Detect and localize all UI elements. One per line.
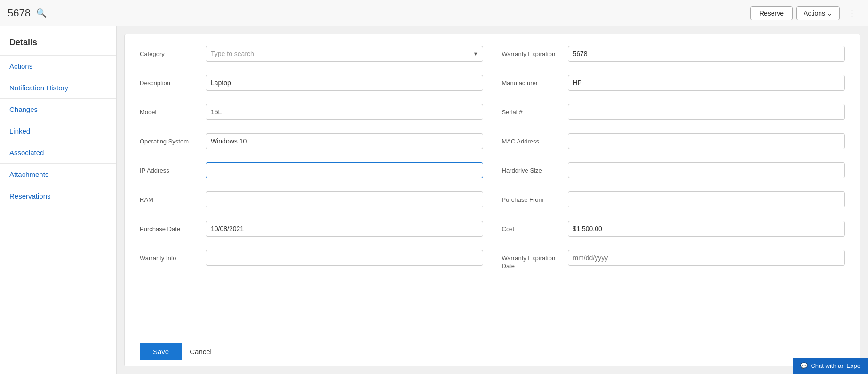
field-cost	[568, 221, 845, 237]
category-select[interactable]: Type to search	[206, 46, 483, 62]
form-row-warranty-exp-date: Warranty Expiration Date	[502, 250, 845, 271]
label-category: Category	[140, 46, 206, 58]
form-row-ip: IP Address	[140, 162, 483, 183]
field-manufacturer	[568, 75, 845, 91]
label-ram: RAM	[140, 191, 206, 204]
label-description: Description	[140, 75, 206, 88]
form-row-description: Description	[140, 75, 483, 95]
field-hdd	[568, 162, 845, 178]
chat-label: Chat with an Expe	[811, 362, 860, 369]
field-description	[206, 75, 483, 91]
ip-input[interactable]	[206, 162, 483, 178]
form-row-purchase-from: Purchase From	[502, 191, 845, 212]
form-row-hdd: Harddrive Size	[502, 162, 845, 183]
label-manufacturer: Manufacturer	[502, 75, 568, 88]
chevron-down-icon: ⌄	[827, 9, 833, 17]
sidebar-item-linked[interactable]: Linked	[0, 120, 116, 142]
sidebar-item-reservations[interactable]: Reservations	[0, 185, 116, 207]
save-button[interactable]: Save	[140, 343, 182, 360]
bottom-action-bar: Save Cancel	[125, 337, 860, 366]
form-grid: Category Type to search Description	[140, 46, 845, 279]
form-row-model: Model	[140, 104, 483, 125]
label-warranty-expiration: Warranty Expiration	[502, 46, 568, 58]
field-ip	[206, 162, 483, 178]
search-icon[interactable]: 🔍	[36, 8, 47, 18]
main-layout: Details Actions Notification History Cha…	[0, 26, 868, 374]
category-select-wrapper: Type to search	[206, 46, 483, 62]
label-purchase-from: Purchase From	[502, 191, 568, 204]
warranty-info-input[interactable]	[206, 250, 483, 266]
os-input[interactable]	[206, 133, 483, 149]
label-cost: Cost	[502, 221, 568, 233]
actions-button[interactable]: Actions ⌄	[796, 6, 840, 20]
serial-input[interactable]	[568, 104, 845, 120]
form-row-warranty-expiration: Warranty Expiration	[502, 46, 845, 66]
label-serial: Serial #	[502, 104, 568, 117]
label-warranty-exp-date: Warranty Expiration Date	[502, 250, 568, 271]
field-warranty-exp-date	[568, 250, 845, 266]
label-warranty-info: Warranty Info	[140, 250, 206, 263]
chat-widget[interactable]: 💬 Chat with an Expe	[793, 358, 868, 374]
field-warranty-info	[206, 250, 483, 266]
field-category: Type to search	[206, 46, 483, 62]
cancel-button[interactable]: Cancel	[190, 348, 212, 356]
form-row-ram: RAM	[140, 191, 483, 212]
sidebar-item-associated[interactable]: Associated	[0, 142, 116, 164]
field-model	[206, 104, 483, 120]
sidebar-title: Details	[0, 26, 116, 55]
more-options-button[interactable]: ⋮	[844, 6, 860, 21]
purchase-from-input[interactable]	[568, 191, 845, 207]
cost-input[interactable]	[568, 221, 845, 237]
label-mac: MAC Address	[502, 133, 568, 146]
form-left-section: Category Type to search Description	[140, 46, 483, 279]
field-mac	[568, 133, 845, 149]
label-purchase-date: Purchase Date	[140, 221, 206, 233]
field-os	[206, 133, 483, 149]
chat-icon: 💬	[800, 362, 808, 369]
field-purchase-from	[568, 191, 845, 207]
field-ram	[206, 191, 483, 207]
warranty-expiration-input[interactable]	[568, 46, 845, 62]
content-area: Category Type to search Description	[124, 34, 860, 366]
field-purchase-date	[206, 221, 483, 237]
ram-input[interactable]	[206, 191, 483, 207]
form-row-cost: Cost	[502, 221, 845, 241]
sidebar-item-changes[interactable]: Changes	[0, 99, 116, 120]
form-row-category: Category Type to search	[140, 46, 483, 66]
form-row-manufacturer: Manufacturer	[502, 75, 845, 95]
form-row-mac: MAC Address	[502, 133, 845, 154]
purchase-date-input[interactable]	[206, 221, 483, 237]
description-input[interactable]	[206, 75, 483, 91]
actions-label: Actions	[804, 9, 825, 17]
model-input[interactable]	[206, 104, 483, 120]
label-ip: IP Address	[140, 162, 206, 175]
manufacturer-input[interactable]	[568, 75, 845, 91]
field-serial	[568, 104, 845, 120]
sidebar-item-actions[interactable]: Actions	[0, 56, 116, 77]
form-row-os: Operating System	[140, 133, 483, 154]
label-os: Operating System	[140, 133, 206, 146]
reserve-button[interactable]: Reserve	[750, 6, 793, 20]
form-row-serial: Serial #	[502, 104, 845, 125]
form-right-section: Warranty Expiration Manufacturer Serial …	[502, 46, 845, 279]
field-warranty-expiration	[568, 46, 845, 62]
mac-input[interactable]	[568, 133, 845, 149]
sidebar-item-notification-history[interactable]: Notification History	[0, 77, 116, 99]
label-hdd: Harddrive Size	[502, 162, 568, 175]
form-row-purchase-date: Purchase Date	[140, 221, 483, 241]
sidebar: Details Actions Notification History Cha…	[0, 26, 117, 374]
form-row-warranty-info: Warranty Info	[140, 250, 483, 271]
warranty-exp-date-input[interactable]	[568, 250, 845, 266]
sidebar-item-attachments[interactable]: Attachments	[0, 164, 116, 185]
hdd-input[interactable]	[568, 162, 845, 178]
record-id: 5678	[8, 7, 31, 19]
header-actions: Reserve Actions ⌄ ⋮	[750, 6, 860, 21]
header: 5678 🔍 Reserve Actions ⌄ ⋮	[0, 0, 868, 26]
label-model: Model	[140, 104, 206, 117]
